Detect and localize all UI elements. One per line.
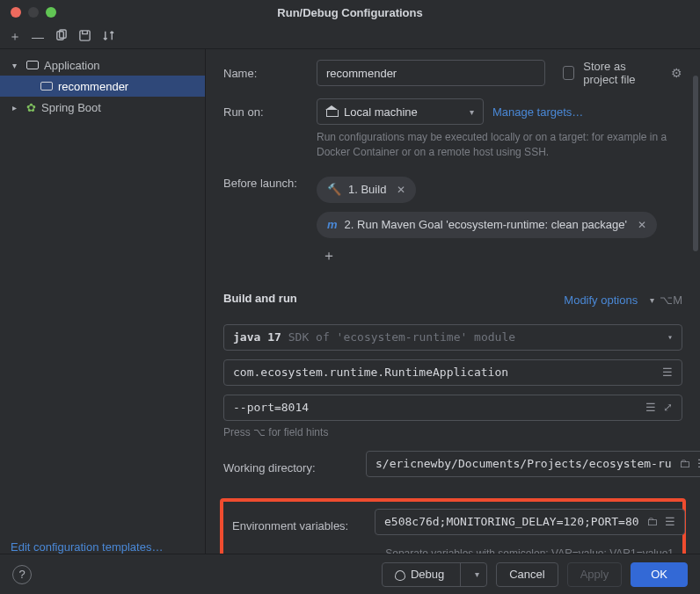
gear-icon[interactable]: ⚙ bbox=[671, 66, 682, 80]
window-controls bbox=[0, 7, 56, 18]
remove-chip-icon[interactable]: ✕ bbox=[634, 219, 646, 231]
add-before-launch-icon[interactable]: ＋ bbox=[322, 247, 336, 265]
store-as-file-label: Store as project file bbox=[583, 60, 662, 86]
remove-chip-icon[interactable]: ✕ bbox=[393, 184, 405, 196]
env-input[interactable]: e508c76d;MONITORING_DELAY=120;PORT=80 🗀 … bbox=[375, 509, 685, 535]
apply-button: Apply bbox=[567, 562, 623, 587]
save-config-icon[interactable] bbox=[78, 29, 91, 45]
program-args-input[interactable]: --port=8014 ☰ ⤢ bbox=[223, 395, 682, 421]
chevron-down-icon: ▾ bbox=[643, 295, 654, 305]
ok-button[interactable]: OK bbox=[631, 562, 688, 587]
folder-icon[interactable]: 🗀 bbox=[672, 457, 690, 470]
before-launch-build-chip[interactable]: 🔨 1. Build ✕ bbox=[317, 177, 416, 203]
workdir-label: Working directory: bbox=[223, 461, 357, 474]
field-hint: Press ⌥ for field hints bbox=[223, 426, 682, 438]
store-as-file-checkbox[interactable] bbox=[563, 66, 574, 80]
env-hint: Separate variables with semicolon: VAR=v… bbox=[232, 547, 674, 554]
before-launch-maven-chip[interactable]: m 2. Run Maven Goal 'ecosystem-runtime: … bbox=[317, 212, 657, 238]
runon-hint: Run configurations may be executed local… bbox=[317, 130, 668, 161]
jdk-select[interactable]: java 17 SDK of 'ecosystem-runtime' modul… bbox=[223, 324, 682, 351]
chevron-down-icon: ▾ bbox=[660, 332, 673, 342]
zoom-window-icon[interactable] bbox=[46, 7, 56, 18]
minimize-window-icon[interactable] bbox=[28, 7, 39, 18]
debug-button[interactable]: Debug ▾ bbox=[382, 562, 487, 587]
cancel-button[interactable]: Cancel bbox=[496, 562, 558, 587]
maven-icon: m bbox=[327, 218, 338, 231]
scrollbar[interactable] bbox=[693, 49, 698, 554]
list-icon[interactable]: ☰ bbox=[638, 401, 656, 414]
tree-group-application[interactable]: ▾ Application bbox=[0, 54, 205, 76]
list-icon[interactable]: ☰ bbox=[658, 515, 675, 528]
tree-label: Application bbox=[44, 59, 100, 72]
window-title: Run/Debug Configurations bbox=[0, 6, 700, 19]
debug-dropdown-icon[interactable]: ▾ bbox=[460, 563, 486, 586]
config-tree: ▾ Application recommender ▸ ✿ Spring Boo… bbox=[0, 49, 206, 554]
spring-leaf-icon: ✿ bbox=[26, 101, 36, 114]
chevron-down-icon: ▾ bbox=[463, 107, 474, 117]
bug-icon bbox=[393, 569, 405, 581]
remove-config-icon[interactable]: — bbox=[32, 30, 44, 44]
tree-label: Spring Boot bbox=[41, 101, 101, 114]
home-icon bbox=[326, 106, 337, 117]
close-window-icon[interactable] bbox=[11, 7, 21, 18]
application-type-icon bbox=[26, 61, 39, 69]
add-config-icon[interactable]: ＋ bbox=[9, 29, 21, 45]
tree-item-recommender[interactable]: recommender bbox=[0, 76, 205, 97]
copy-config-icon[interactable] bbox=[55, 29, 68, 45]
application-type-icon bbox=[40, 82, 53, 91]
workdir-input[interactable]: s/ericnewby/Documents/Projects/ecosystem… bbox=[366, 451, 700, 477]
list-icon[interactable]: ☰ bbox=[655, 366, 673, 379]
tree-label: recommender bbox=[58, 80, 128, 93]
env-highlight: Environment variables: e508c76d;MONITORI… bbox=[220, 498, 686, 554]
svg-rect-2 bbox=[80, 30, 90, 40]
manage-targets-link[interactable]: Manage targets… bbox=[492, 105, 583, 119]
config-toolbar: ＋ — bbox=[0, 25, 700, 49]
chevron-right-icon: ▸ bbox=[12, 103, 21, 112]
name-label: Name: bbox=[223, 67, 308, 80]
help-icon[interactable]: ? bbox=[12, 565, 32, 584]
name-input[interactable]: recommender bbox=[317, 60, 545, 86]
tree-group-spring-boot[interactable]: ▸ ✿ Spring Boot bbox=[0, 97, 205, 118]
expand-icon[interactable]: ⤢ bbox=[656, 401, 673, 414]
build-run-title: Build and run bbox=[223, 292, 297, 305]
hammer-icon: 🔨 bbox=[327, 183, 341, 196]
modify-options-link[interactable]: Modify options ▾ ⌥M bbox=[564, 293, 682, 307]
edit-templates-link[interactable]: Edit configuration templates… bbox=[0, 532, 205, 554]
runon-select[interactable]: Local machine ▾ bbox=[317, 98, 484, 125]
dialog-footer: ? Debug ▾ Cancel Apply OK bbox=[0, 554, 700, 594]
env-label: Environment variables: bbox=[232, 519, 366, 532]
chevron-down-icon: ▾ bbox=[12, 61, 21, 70]
runon-label: Run on: bbox=[223, 105, 308, 119]
before-launch-label: Before launch: bbox=[223, 177, 308, 190]
main-class-input[interactable]: com.ecosystem.runtime.RuntimeApplication… bbox=[223, 359, 682, 386]
folder-icon[interactable]: 🗀 bbox=[639, 515, 658, 528]
titlebar: Run/Debug Configurations bbox=[0, 0, 700, 25]
config-form: Name: recommender Store as project file … bbox=[206, 49, 700, 554]
sort-config-icon[interactable] bbox=[102, 29, 115, 45]
